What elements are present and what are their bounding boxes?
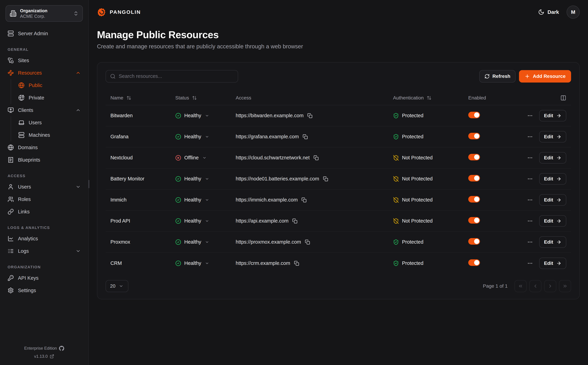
- sidebar-item-links[interactable]: Links: [6, 205, 83, 218]
- enabled-toggle[interactable]: [468, 112, 480, 118]
- previous-page-button[interactable]: [529, 280, 541, 292]
- avatar[interactable]: M: [567, 6, 580, 19]
- edit-button[interactable]: Edit: [539, 215, 566, 227]
- status-cell[interactable]: Healthy: [175, 134, 236, 140]
- resources-subgroup: Public Private: [11, 79, 83, 104]
- columns-icon[interactable]: [561, 95, 566, 101]
- resource-name: CRM: [110, 260, 175, 266]
- enabled-toggle[interactable]: [468, 217, 480, 224]
- row-menu-button[interactable]: [526, 260, 534, 266]
- copy-url-button[interactable]: [303, 134, 308, 139]
- chevron-down-icon: [205, 135, 209, 139]
- auth-label: Not Protected: [402, 176, 432, 182]
- refresh-button[interactable]: Refresh: [479, 70, 516, 83]
- copy-url-button[interactable]: [294, 261, 299, 266]
- copy-url-button[interactable]: [292, 218, 297, 224]
- enabled-toggle[interactable]: [468, 196, 480, 203]
- resource-url[interactable]: https://node01.batteries.example.com: [236, 176, 319, 182]
- copy-url-button[interactable]: [307, 113, 313, 118]
- search-icon: [110, 74, 116, 79]
- sidebar-item-private[interactable]: Private: [16, 91, 83, 104]
- enabled-toggle[interactable]: [468, 259, 480, 266]
- row-menu-button[interactable]: [526, 113, 534, 119]
- first-page-button[interactable]: [514, 280, 526, 292]
- resource-url[interactable]: https://cloud.schwartznetwork.net: [236, 155, 310, 161]
- shield-off-icon: [393, 218, 399, 224]
- status-cell[interactable]: Healthy: [175, 218, 236, 224]
- status-cell[interactable]: Healthy: [175, 260, 236, 266]
- copy-url-button[interactable]: [314, 155, 319, 160]
- row-menu-button[interactable]: [526, 197, 534, 203]
- enabled-toggle[interactable]: [468, 175, 480, 182]
- sidebar-item-resources[interactable]: Resources: [6, 67, 83, 79]
- sidebar-nav: Server Admin GENERAL Sites Resources Pub…: [6, 27, 83, 346]
- sidebar-item-settings[interactable]: Settings: [6, 284, 83, 297]
- edit-button[interactable]: Edit: [539, 236, 566, 248]
- sidebar-item-server-admin[interactable]: Server Admin: [6, 27, 83, 40]
- status-cell[interactable]: Healthy: [175, 176, 236, 182]
- sidebar-item-public[interactable]: Public: [16, 79, 83, 91]
- status-cell[interactable]: Healthy: [175, 239, 236, 245]
- resource-url[interactable]: https://grafana.example.com: [236, 134, 299, 140]
- status-cell[interactable]: Healthy: [175, 113, 236, 119]
- sidebar-item-blueprints[interactable]: Blueprints: [6, 154, 83, 166]
- resource-url[interactable]: https://api.example.com: [236, 218, 288, 224]
- page-size-select[interactable]: 20: [106, 280, 128, 292]
- resource-url[interactable]: https://crm.example.com: [236, 260, 290, 266]
- copy-url-button[interactable]: [305, 239, 310, 245]
- row-menu-button[interactable]: [526, 218, 534, 224]
- sidebar-item-logs[interactable]: Logs: [6, 245, 83, 257]
- edit-button[interactable]: Edit: [539, 152, 566, 163]
- enabled-toggle[interactable]: [468, 238, 480, 245]
- add-resource-button[interactable]: Add Resource: [519, 70, 571, 83]
- refresh-icon: [485, 74, 490, 79]
- org-selector[interactable]: Organization ACME Corp.: [6, 5, 83, 22]
- sidebar-item-clients[interactable]: Clients: [6, 104, 83, 116]
- sidebar-item-machines[interactable]: Machines: [16, 129, 83, 141]
- sidebar-item-clients-users[interactable]: Users: [16, 116, 83, 129]
- table-row: Grafana Healthy https://grafana.example.…: [106, 126, 571, 147]
- chevron-down-icon: [205, 198, 209, 202]
- shield-check-icon: [393, 239, 399, 245]
- last-page-button[interactable]: [559, 280, 571, 292]
- copy-url-button[interactable]: [323, 176, 328, 182]
- theme-toggle-button[interactable]: Dark: [538, 9, 559, 15]
- edit-button[interactable]: Edit: [539, 110, 566, 121]
- sidebar-item-api-keys[interactable]: API Keys: [6, 272, 83, 284]
- header-authentication[interactable]: Authentication: [393, 95, 468, 101]
- resource-url[interactable]: https://immich.example.com: [236, 197, 298, 203]
- chevron-down-icon: [119, 284, 123, 288]
- row-menu-button[interactable]: [526, 155, 534, 161]
- edit-button[interactable]: Edit: [539, 131, 566, 142]
- row-menu-button[interactable]: [526, 176, 534, 182]
- sidebar-item-domains[interactable]: Domains: [6, 141, 83, 154]
- arrow-right-icon: [556, 113, 561, 118]
- edit-button[interactable]: Edit: [539, 194, 566, 206]
- sidebar-item-users[interactable]: Users: [6, 181, 83, 193]
- header-status[interactable]: Status: [175, 95, 236, 101]
- resource-name: Proxmox: [110, 239, 175, 245]
- sidebar-item-sites[interactable]: Sites: [6, 54, 83, 67]
- row-menu-button[interactable]: [526, 134, 534, 140]
- enabled-toggle[interactable]: [468, 154, 480, 160]
- next-page-button[interactable]: [544, 280, 556, 292]
- edit-button[interactable]: Edit: [539, 258, 566, 269]
- sidebar-scrollbar-thumb[interactable]: [88, 180, 89, 188]
- row-menu-button[interactable]: [526, 239, 534, 245]
- status-cell[interactable]: Healthy: [175, 197, 236, 203]
- brand[interactable]: PANGOLIN: [97, 7, 141, 17]
- status-cell[interactable]: Offline: [175, 155, 236, 161]
- search-input[interactable]: [119, 73, 234, 79]
- github-icon[interactable]: [59, 346, 64, 351]
- sidebar-item-analytics[interactable]: Analytics: [6, 232, 83, 245]
- edit-button[interactable]: Edit: [539, 173, 566, 185]
- header-name[interactable]: Name: [110, 95, 175, 101]
- resource-url[interactable]: https://proxmox.example.com: [236, 239, 301, 245]
- external-link-icon[interactable]: [50, 354, 54, 359]
- enabled-toggle[interactable]: [468, 133, 480, 139]
- circle-check-icon: [175, 260, 181, 266]
- copy-url-button[interactable]: [301, 197, 307, 203]
- main-content: PANGOLIN Dark M Manage Public Resources …: [89, 0, 588, 365]
- sidebar-item-roles[interactable]: Roles: [6, 193, 83, 205]
- resource-url[interactable]: https://bitwarden.example.com: [236, 113, 303, 119]
